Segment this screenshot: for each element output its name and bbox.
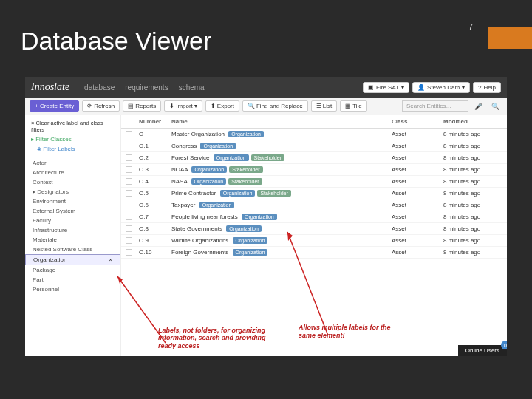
tag-organization[interactable]: Organization xyxy=(214,154,249,161)
table-row[interactable]: O.2Forest Service OrganizationStakeholde… xyxy=(121,152,507,164)
class-item-actor[interactable]: Actor xyxy=(25,158,120,168)
table-row[interactable]: O.7People living near forests Organizati… xyxy=(121,211,507,223)
row-checkbox[interactable] xyxy=(126,143,132,149)
class-item-facility[interactable]: Facility xyxy=(25,216,120,225)
tag-stakeholder[interactable]: Stakeholder xyxy=(228,178,262,185)
cell-number: O.3 xyxy=(139,166,171,173)
row-checkbox[interactable] xyxy=(126,225,132,232)
sidebar: × Clear active label and class filters ▸… xyxy=(25,115,121,356)
class-item-organization[interactable]: Organization× xyxy=(25,254,120,265)
search-icon: 🔍 xyxy=(248,103,255,109)
col-class[interactable]: Class xyxy=(392,118,443,125)
help-button[interactable]: ?Help xyxy=(473,82,501,93)
table-row[interactable]: O.3NOAA OrganizationStakeholderAsset8 mi… xyxy=(121,164,507,176)
row-checkbox[interactable] xyxy=(126,154,132,161)
search-submit-icon[interactable]: 🔍 xyxy=(488,103,502,110)
reports-icon: ▤ xyxy=(128,103,134,109)
col-modified[interactable]: Modified xyxy=(443,118,502,125)
row-checkbox[interactable] xyxy=(126,237,132,244)
cell-modified: 8 minutes ago xyxy=(443,178,502,185)
tag-organization[interactable]: Organization xyxy=(200,202,235,208)
row-checkbox[interactable] xyxy=(126,131,132,137)
row-checkbox[interactable] xyxy=(126,214,132,220)
cell-name: NOAA OrganizationStakeholder xyxy=(171,166,392,173)
filter-labels-link[interactable]: ◈ Filter Labels xyxy=(25,144,120,154)
topbar: Innoslate database requirements schema ▣… xyxy=(25,77,507,98)
filter-classes-link[interactable]: ▸ Filter Classes xyxy=(25,134,120,144)
row-checkbox[interactable] xyxy=(126,190,132,197)
col-name[interactable]: Name xyxy=(171,118,392,125)
reports-button[interactable]: ▤Reports xyxy=(123,100,161,112)
class-item-materiale[interactable]: Materiale xyxy=(25,235,120,245)
tag-organization[interactable]: Organization xyxy=(228,131,264,137)
nav-requirements[interactable]: requirements xyxy=(125,83,168,92)
search-input[interactable]: Search Entities... xyxy=(402,100,468,112)
create-entity-button[interactable]: + Create Entity xyxy=(30,100,79,112)
clear-filters-link[interactable]: × Clear active label and class filters xyxy=(25,118,120,134)
cell-number: O.8 xyxy=(139,225,171,232)
cell-name: Foreign Governments Organization xyxy=(171,249,392,256)
nav-schema[interactable]: schema xyxy=(179,83,205,92)
row-checkbox[interactable] xyxy=(126,166,132,173)
tag-organization[interactable]: Organization xyxy=(220,190,256,197)
cell-name: Prime Contractor OrganizationStakeholder xyxy=(171,190,392,197)
tag-stakeholder[interactable]: Stakeholder xyxy=(257,190,290,197)
class-item-package[interactable]: Package xyxy=(25,265,120,275)
tag-organization[interactable]: Organization xyxy=(191,166,227,173)
class-item-personnel[interactable]: Personnel xyxy=(25,284,120,294)
cell-number: O.4 xyxy=(139,178,171,185)
cell-name: Taxpayer Organization xyxy=(171,202,392,208)
caret-down-icon: ▾ xyxy=(401,84,404,91)
user-dropdown[interactable]: 👤Steven Dam▾ xyxy=(412,82,470,93)
cell-number: O.6 xyxy=(139,202,171,208)
tag-organization[interactable]: Organization xyxy=(233,249,268,256)
class-item-environment[interactable]: Environment xyxy=(25,197,120,206)
class-item-designators[interactable]: ▸ Designators xyxy=(25,187,120,197)
table-row[interactable]: OMaster Organization OrganizationAsset8 … xyxy=(121,129,507,140)
cell-number: O.7 xyxy=(139,214,171,220)
refresh-icon: ⟳ xyxy=(87,103,92,109)
tag-organization[interactable]: Organization xyxy=(191,178,227,185)
slide-title: Database Viewer xyxy=(21,27,211,55)
project-dropdown[interactable]: ▣Fire.SAT▾ xyxy=(363,82,409,93)
col-number[interactable]: Number xyxy=(139,118,171,125)
class-item-infrastructure[interactable]: Infrastructure xyxy=(25,225,120,235)
remove-filter-icon[interactable]: × xyxy=(109,256,112,263)
tag-organization[interactable]: Organization xyxy=(200,143,236,149)
cell-modified: 8 minutes ago xyxy=(443,202,502,208)
tag-organization[interactable]: Organization xyxy=(226,225,262,232)
list-view-button[interactable]: ☰List xyxy=(311,100,337,112)
slide-accent-block xyxy=(488,27,532,49)
row-checkbox[interactable] xyxy=(126,249,132,256)
class-item-part[interactable]: Part xyxy=(25,275,120,284)
online-users-bar[interactable]: Online Users 0 xyxy=(458,345,507,356)
table-row[interactable]: O.9Wildlife Organizations OrganizationAs… xyxy=(121,235,507,247)
import-button[interactable]: ⬇Import▾ xyxy=(164,100,202,112)
table-row[interactable]: O.4NASA OrganizationStakeholderAsset8 mi… xyxy=(121,176,507,188)
export-icon: ⬆ xyxy=(211,103,216,109)
export-button[interactable]: ⬆Export xyxy=(205,100,239,112)
class-item-context[interactable]: Context xyxy=(25,177,120,187)
tile-view-button[interactable]: ▦Tile xyxy=(340,100,367,112)
table-row[interactable]: O.10Foreign Governments OrganizationAsse… xyxy=(121,247,507,259)
cell-class: Asset xyxy=(392,214,443,220)
refresh-button[interactable]: ⟳Refresh xyxy=(82,100,120,112)
table-row[interactable]: O.8State Governments OrganizationAsset8 … xyxy=(121,223,507,235)
cell-class: Asset xyxy=(392,143,443,149)
class-item-nested-software-class[interactable]: Nested Software Class xyxy=(25,245,120,254)
class-item-architecture[interactable]: Architecture xyxy=(25,168,120,177)
table-row[interactable]: O.5Prime Contractor OrganizationStakehol… xyxy=(121,188,507,200)
table-row[interactable]: O.1Congress OrganizationAsset8 minutes a… xyxy=(121,140,507,152)
cell-class: Asset xyxy=(392,237,443,244)
class-item-external-system[interactable]: External System xyxy=(25,206,120,216)
row-checkbox[interactable] xyxy=(126,178,132,185)
mic-icon[interactable]: 🎤 xyxy=(471,103,485,110)
find-replace-button[interactable]: 🔍Find and Replace xyxy=(242,100,308,112)
tag-stakeholder[interactable]: Stakeholder xyxy=(229,166,262,173)
row-checkbox[interactable] xyxy=(126,202,132,208)
nav-database[interactable]: database xyxy=(84,83,115,92)
tag-stakeholder[interactable]: Stakeholder xyxy=(251,154,284,161)
table-row[interactable]: O.6Taxpayer OrganizationAsset8 minutes a… xyxy=(121,200,507,211)
tag-organization[interactable]: Organization xyxy=(233,237,268,244)
tag-organization[interactable]: Organization xyxy=(242,214,277,220)
